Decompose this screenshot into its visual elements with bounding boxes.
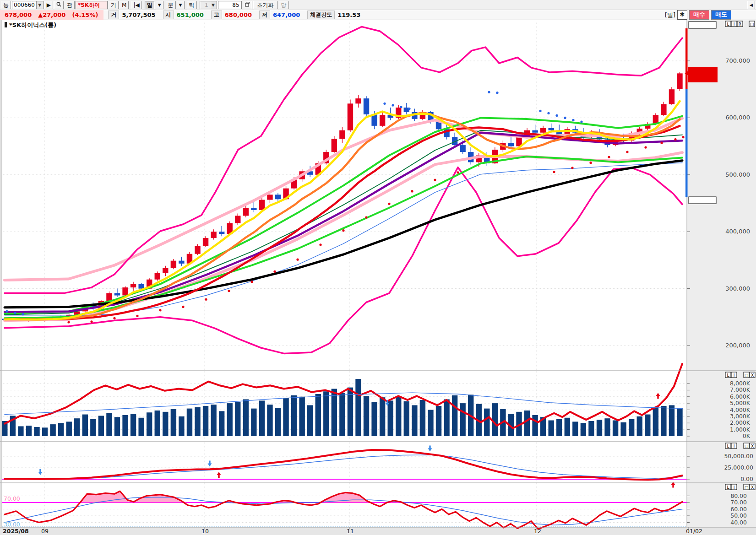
volume-bar — [371, 402, 377, 436]
volume-bar — [163, 412, 168, 436]
buy-button[interactable]: 매수 — [689, 10, 709, 20]
search-icon — [56, 1, 61, 9]
red-dot — [273, 270, 276, 273]
axis-label: 2,000K — [730, 419, 751, 426]
period-day-button[interactable]: 일 — [145, 1, 155, 9]
volume-bar — [436, 406, 441, 436]
open-label: 시 — [163, 11, 174, 19]
new-window-icon — [245, 1, 250, 9]
chart-area[interactable]: 700,000600,000500,000400,000300,000200,0… — [0, 20, 756, 535]
dang-button[interactable]: 당 — [279, 1, 289, 9]
gi-button[interactable]: 기 — [109, 1, 119, 9]
candle-down — [251, 208, 256, 210]
interval-combo[interactable]: 1 ▼ — [200, 1, 217, 9]
volume-bar — [323, 391, 329, 436]
candle-up — [355, 98, 361, 103]
red-dot — [457, 171, 459, 173]
new-window-button[interactable] — [243, 1, 252, 9]
red-dot — [660, 142, 663, 144]
stock-name-field[interactable]: *SK하이닉스 — [76, 1, 108, 9]
candle-up — [163, 268, 168, 273]
red-dot — [434, 178, 436, 181]
period-tick-button[interactable]: 틱 — [187, 1, 197, 9]
volume-bar — [452, 395, 457, 436]
red-dot — [608, 156, 610, 158]
volume-bar — [332, 389, 337, 437]
volume-bar — [597, 420, 602, 436]
period-minute-button[interactable]: 분 — [166, 1, 176, 9]
volume-bar — [588, 421, 594, 436]
stock-code-combo[interactable]: 000660 ▼ — [12, 1, 44, 9]
minute-dropdown[interactable]: ▼ — [177, 1, 185, 9]
candle-up — [195, 246, 200, 254]
svg-text:L: L — [727, 373, 729, 378]
svg-text:X: X — [751, 485, 754, 490]
candle-up — [259, 200, 265, 210]
blue-dot — [400, 106, 402, 108]
chart-legend-title: *SK하이닉스(통) — [9, 22, 56, 28]
red-dot — [589, 162, 592, 164]
volume-bar — [364, 396, 369, 436]
strength-value: 119.53 — [335, 11, 363, 18]
volume-bar — [556, 419, 562, 436]
volume-bar — [18, 426, 23, 436]
blue-dot — [547, 112, 549, 114]
candle-down — [460, 145, 465, 152]
pane-backgrounds — [0, 20, 756, 535]
m-button[interactable]: M — [120, 1, 129, 9]
axis-label: 70.00 — [730, 499, 747, 506]
volume-bar — [653, 407, 658, 436]
volume-bar — [114, 417, 120, 436]
gear-icon[interactable]: ✱ — [677, 10, 687, 20]
day-dropdown[interactable]: ▼ — [156, 1, 163, 9]
reset-button[interactable]: 초기화 — [253, 1, 278, 9]
candle-up — [540, 128, 546, 133]
axis-label: 50.00 — [730, 512, 747, 519]
volume-bar — [572, 422, 578, 436]
volume-bar — [122, 415, 128, 436]
chevron-down-icon[interactable]: ▼ — [210, 1, 217, 9]
tong-button[interactable]: 통 — [1, 1, 11, 9]
volume-bar — [82, 415, 88, 436]
volume-bar — [26, 426, 32, 436]
volume-bar — [460, 403, 465, 436]
hts-chart-window: { "toolbar": { "tong": "통", "code": "000… — [0, 0, 756, 535]
blue-dot — [14, 312, 16, 314]
search-button[interactable] — [54, 1, 64, 9]
volume-bar — [396, 396, 401, 436]
volume-bar — [604, 418, 610, 436]
axis-label: 2025/08 — [3, 528, 29, 535]
current-price-marker — [688, 67, 718, 82]
gwan-button[interactable]: 관 — [65, 1, 75, 9]
volume-bar — [42, 427, 48, 436]
svg-text:I: I — [734, 22, 735, 27]
volume-bar — [549, 421, 554, 437]
volume-bar — [637, 416, 642, 436]
red-dot — [182, 306, 184, 308]
volume-value: 5,707,505 — [119, 11, 158, 18]
stock-code-value: 000660 — [12, 2, 36, 8]
volume-bar — [131, 414, 136, 436]
chart-title: *SK하이닉스(통) — [5, 22, 56, 28]
red-dot — [365, 216, 367, 219]
blue-dot — [564, 117, 566, 119]
axis-label: 40.00 — [730, 519, 747, 526]
first-bar-button[interactable]: |◀ — [131, 1, 141, 9]
bar-count-input[interactable]: 85 — [218, 1, 242, 9]
axis-label: 300,000 — [725, 285, 750, 292]
collapse-toolbar-button[interactable]: ◀ — [747, 1, 755, 9]
sell-button[interactable]: 매도 — [711, 10, 731, 20]
chevron-down-icon[interactable]: ▼ — [36, 1, 43, 9]
chart-canvas[interactable]: 700,000600,000500,000400,000300,000200,0… — [0, 20, 756, 535]
axis-label: 11 — [347, 528, 354, 535]
volume-bar — [219, 411, 224, 436]
axis-label: 30.00 — [4, 521, 20, 528]
volume-bar — [235, 402, 240, 436]
red-dot — [388, 203, 390, 205]
next-code-button[interactable]: ▶ — [44, 1, 53, 9]
axis-label: 1,000K — [730, 426, 751, 433]
axis-label: 60.00 — [730, 506, 747, 513]
svg-text:□: □ — [750, 22, 754, 27]
red-dot — [626, 151, 628, 153]
candle-up — [122, 287, 128, 295]
